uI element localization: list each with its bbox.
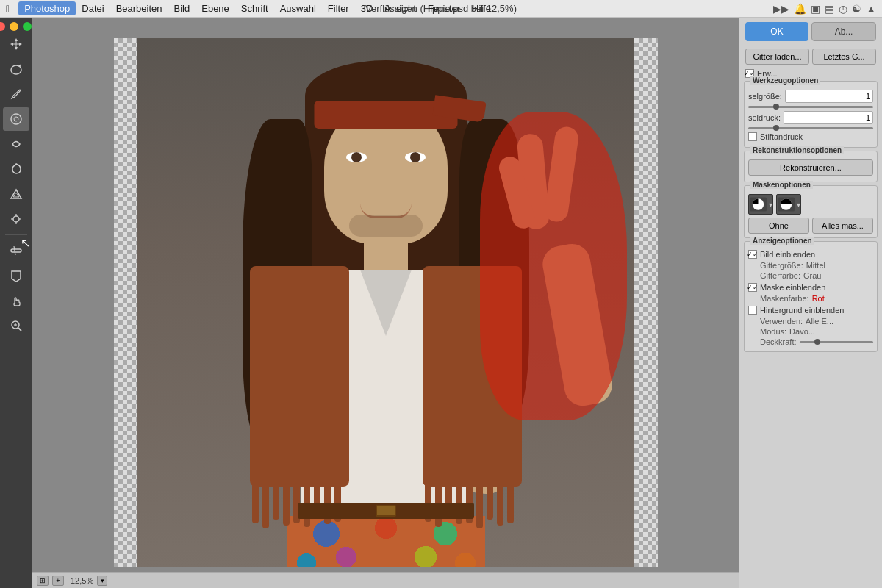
menu-item-ebene[interactable]: Ebene xyxy=(196,1,235,15)
stiftandruck-checkbox[interactable] xyxy=(748,132,757,141)
deckkraft-row: Deckkraft: xyxy=(760,337,873,346)
seldruck-row: seldruck: xyxy=(748,111,873,124)
maske-einblenden-row: ✓ Maske einblenden xyxy=(748,283,873,292)
tool-twirl[interactable] xyxy=(3,157,29,181)
tool-hand[interactable] xyxy=(3,289,29,312)
menu-item-schrift[interactable]: Schrift xyxy=(235,1,274,15)
selgroesse-row: selgröße: xyxy=(748,90,873,103)
toolbar: ↖ xyxy=(0,18,32,588)
mask-icon-2[interactable]: ▾ xyxy=(776,194,801,215)
maskenfarbe-label: Maskenfarbe: xyxy=(760,294,809,303)
menu-item-auswahl[interactable]: Auswahl xyxy=(274,1,322,15)
bild-einblenden-label: Bild einblenden xyxy=(760,250,815,259)
maskenoptionen-title: Maskenoptionen xyxy=(750,181,813,189)
canvas-area[interactable]: ⊞ + 12,5% ▾ xyxy=(32,18,739,588)
verwenden-value: Alle E... xyxy=(806,317,833,326)
status-icon-left[interactable]: ⊞ xyxy=(37,576,49,586)
mask-icons: ▾ ▾ xyxy=(748,194,873,215)
menu-item-datei[interactable]: Datei xyxy=(76,1,110,15)
tool-bloat[interactable] xyxy=(3,207,29,231)
menu-item-photoshop[interactable]: Photoshop xyxy=(18,1,76,15)
bild-einblenden-checkbox[interactable]: ✓ xyxy=(748,250,757,259)
gitter-laden-button[interactable]: Gitter laden... xyxy=(745,49,809,65)
panel-top-buttons: OK Ab... xyxy=(739,18,882,46)
selgroesse-input[interactable] xyxy=(785,90,873,103)
gittergroesse-row: Gittergröße: Mittel xyxy=(760,261,873,270)
tool-move[interactable] xyxy=(3,32,29,56)
rekonstruieren-button[interactable]: Rekonstruieren... xyxy=(748,159,873,176)
alles-mas-button[interactable]: Alles mas... xyxy=(812,218,873,234)
zoom-dropdown[interactable]: ▾ xyxy=(97,576,107,586)
tool-pen[interactable] xyxy=(3,82,29,106)
window-title: Verflüssigen (Hippie.psd bei 12,5%) xyxy=(365,3,517,14)
ok-button[interactable]: OK xyxy=(745,22,808,41)
ohne-button[interactable]: Ohne xyxy=(748,218,809,234)
status-icon-add[interactable]: + xyxy=(52,576,64,586)
werkzeugoptionen-section: Werkzeugoptionen selgröße: seldruck: Sti… xyxy=(744,81,878,148)
tool-zoom[interactable] xyxy=(3,314,29,337)
eye-left xyxy=(346,152,367,162)
hintergrund-einblenden-row: Hintergrund einblenden xyxy=(748,306,873,315)
close-button[interactable] xyxy=(0,22,5,31)
modus-row: Modus: Davo... xyxy=(760,327,873,336)
bild-einblenden-row: ✓ Bild einblenden xyxy=(748,250,873,259)
selgroesse-slider[interactable] xyxy=(748,106,873,108)
apple-logo:  xyxy=(6,3,10,15)
gitterfarbe-label: Gitterfarbe: xyxy=(760,271,800,280)
rekonstruktion-section: Rekonstruktionsoptionen Rekonstruieren..… xyxy=(744,151,878,182)
tool-mask-freeze[interactable] xyxy=(3,264,29,287)
beard xyxy=(349,215,423,237)
modus-value: Davo... xyxy=(789,327,815,336)
hintergrund-einblenden-label: Hintergrund einblenden xyxy=(760,306,844,315)
gittergroesse-label: Gittergröße: xyxy=(760,261,803,270)
mask-icon-1[interactable]: ▾ xyxy=(748,194,773,215)
letztes-button[interactable]: Letztes G... xyxy=(812,49,876,65)
minimize-button[interactable] xyxy=(10,22,18,31)
tool-lasso[interactable] xyxy=(3,57,29,81)
tool-smear[interactable] xyxy=(3,239,29,262)
app: ↖ xyxy=(0,18,882,588)
hintergrund-einblenden-checkbox[interactable] xyxy=(748,306,757,315)
checker-right xyxy=(634,38,658,567)
selgroesse-label: selgröße: xyxy=(748,92,782,101)
red-mask-overlay xyxy=(480,112,627,420)
maske-einblenden-checkbox[interactable]: ✓ xyxy=(748,283,757,292)
menu-item-bearbeiten[interactable]: Bearbeiten xyxy=(110,1,168,15)
gitter-row: Gitter laden... Letztes G... xyxy=(739,46,882,68)
tool-separator xyxy=(5,234,27,235)
verwenden-label: Verwenden: xyxy=(760,317,803,326)
belt xyxy=(298,503,474,519)
fringe-right xyxy=(425,476,514,528)
stiftandruck-label: Stiftandruck xyxy=(760,132,803,141)
tool-reconstruct[interactable] xyxy=(3,132,29,156)
stiftandruck-row: Stiftandruck xyxy=(748,132,873,141)
maskenoptionen-section: Maskenoptionen ▾ ▾ xyxy=(744,185,878,238)
menu-item-bild[interactable]: Bild xyxy=(168,1,196,15)
belt-buckle xyxy=(376,505,396,517)
deckkraft-slider[interactable] xyxy=(800,341,873,343)
window-controls xyxy=(0,22,32,31)
eye-right xyxy=(405,152,426,162)
seldruck-input[interactable] xyxy=(784,111,873,124)
vest-left xyxy=(250,266,349,487)
statusbar: ⊞ + 12,5% ▾ xyxy=(32,572,739,588)
gittergroesse-value: Mittel xyxy=(806,261,825,270)
right-panel: OK Ab... Gitter laden... Letztes G... ✓ … xyxy=(739,18,882,588)
peace-sign-area xyxy=(480,112,627,420)
anzeigeoptionen-section: Anzeigeoptionen ✓ Bild einblenden Gitter… xyxy=(744,241,878,352)
tool-pucker[interactable] xyxy=(3,182,29,206)
anzeigeoptionen-title: Anzeigeoptionen xyxy=(750,237,814,245)
menu-right-icons: ▶▶ 🔔 ▣ ▤ ◷ ☯ ▲ xyxy=(773,3,876,15)
canvas-wrapper xyxy=(114,38,658,567)
maske-einblenden-label: Maske einblenden xyxy=(760,283,825,292)
zoom-level: 12,5% xyxy=(71,576,93,585)
menu-item-filter[interactable]: Filter xyxy=(322,1,355,15)
maximize-button[interactable] xyxy=(23,22,32,31)
verwenden-row: Verwenden: Alle E... xyxy=(760,317,873,326)
seldruck-slider[interactable] xyxy=(748,127,873,129)
tool-liquify-forward[interactable] xyxy=(3,107,29,131)
maskenfarbe-value: Rot xyxy=(812,294,825,303)
photo-canvas[interactable] xyxy=(137,38,634,567)
cancel-button[interactable]: Ab... xyxy=(811,22,876,41)
fringe-left xyxy=(252,476,341,528)
